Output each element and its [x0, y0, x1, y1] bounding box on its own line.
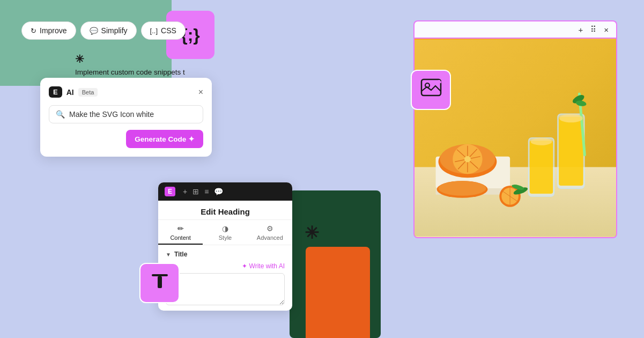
elementor-badge: E — [49, 86, 62, 98]
improve-icon: ↻ — [31, 27, 36, 35]
simplify-label: Simplify — [101, 26, 128, 35]
orange-block — [306, 247, 370, 338]
title-textarea[interactable] — [166, 273, 285, 305]
advanced-tab-label: Advanced — [257, 234, 283, 241]
section-arrow-icon: ▼ — [166, 252, 171, 258]
add-icon[interactable]: + — [578, 25, 583, 34]
image-panel: + ⠿ × ✎ — [413, 20, 617, 238]
simplify-icon: 💬 — [90, 27, 98, 35]
ai-search-row: 🔍 — [49, 105, 203, 123]
dark-block-asterisk: ✳ — [305, 223, 319, 243]
style-tab-icon: ◑ — [222, 224, 228, 233]
ai-panel-header: E AI Beta × — [49, 86, 203, 98]
ai-panel-close-button[interactable]: × — [198, 87, 203, 97]
panel-tabs: ✏ Content ◑ Style ⚙ Advanced — [158, 220, 292, 245]
svg-rect-32 — [158, 276, 162, 288]
image-panel-toolbar: + ⠿ × — [413, 20, 617, 38]
panel-title: Edit Heading — [158, 201, 292, 220]
generate-code-label: Generate Code ✦ — [135, 135, 195, 143]
t-icon-card — [139, 263, 180, 303]
snippet-line1: Implement custom code snippets t — [75, 67, 187, 78]
tab-advanced[interactable]: ⚙ Advanced — [248, 220, 292, 245]
image-container: ✎ — [413, 38, 617, 238]
search-icon: 🔍 — [56, 110, 65, 119]
add-element-icon[interactable]: + — [183, 187, 187, 196]
ai-label: AI — [66, 88, 74, 97]
generate-code-button[interactable]: Generate Code ✦ — [126, 130, 203, 148]
section-title-row: ▼ Title — [166, 251, 285, 258]
write-with-ai-button[interactable]: ✦ Write with AI — [242, 262, 285, 270]
image-icon-card — [411, 70, 451, 110]
improve-label: Improve — [40, 26, 67, 35]
css-label: CSS — [161, 26, 176, 35]
drag-icon[interactable]: ⠿ — [590, 25, 596, 34]
svg-point-23 — [559, 114, 583, 122]
tab-content[interactable]: ✏ Content — [158, 220, 203, 245]
svg-point-15 — [439, 181, 486, 196]
elementor-panel-icon: E — [165, 187, 175, 196]
css-icon: [..] — [150, 27, 158, 35]
svg-point-24 — [531, 138, 552, 145]
layers-icon[interactable]: ⊞ — [193, 187, 199, 196]
orange-image — [414, 39, 616, 237]
style-tab-label: Style — [219, 234, 232, 241]
image-icon — [420, 78, 442, 102]
ai-search-input[interactable] — [69, 110, 196, 119]
content-tab-icon: ✏ — [177, 224, 184, 233]
section-label: Title — [174, 251, 187, 258]
simplify-button[interactable]: 💬 Simplify — [80, 21, 137, 40]
svg-rect-0 — [421, 79, 441, 95]
t-icon — [150, 271, 170, 296]
write-ai-label: ✦ Write with AI — [242, 262, 285, 270]
top-toolbar: ↻ Improve 💬 Simplify [..] CSS — [21, 21, 186, 40]
advanced-tab-icon: ⚙ — [267, 224, 273, 233]
content-tab-label: Content — [170, 234, 191, 241]
svg-point-13 — [464, 156, 471, 163]
beta-badge: Beta — [78, 88, 98, 97]
settings-icon[interactable]: ≡ — [204, 187, 209, 196]
svg-rect-17 — [559, 116, 583, 186]
ai-panel-title: E AI Beta — [49, 86, 98, 98]
panel-top-bar: E + ⊞ ≡ 💬 — [158, 182, 292, 201]
panel-close-icon[interactable]: × — [604, 25, 609, 34]
improve-button[interactable]: ↻ Improve — [21, 21, 76, 40]
chat-icon[interactable]: 💬 — [214, 187, 223, 196]
svg-rect-22 — [530, 141, 553, 194]
svg-rect-31 — [152, 274, 168, 276]
css-button[interactable]: [..] CSS — [141, 21, 186, 40]
ai-panel: E AI Beta × 🔍 Generate Code ✦ — [40, 78, 212, 157]
panel-top-icons: + ⊞ ≡ 💬 — [183, 187, 223, 196]
elementor-e-label: E — [53, 88, 58, 96]
tab-style[interactable]: ◑ Style — [203, 220, 247, 245]
